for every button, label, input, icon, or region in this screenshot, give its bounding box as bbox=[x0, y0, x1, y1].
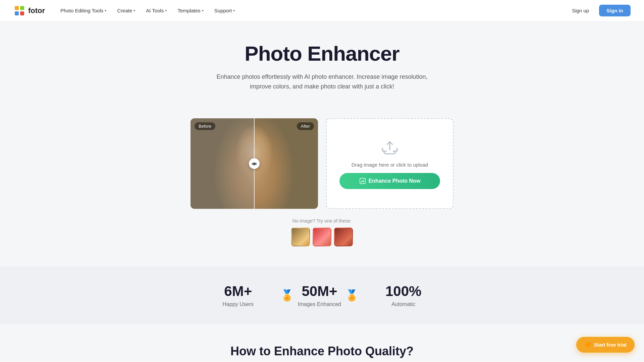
floating-cta-button[interactable]: 🧡 Start free trial bbox=[576, 337, 635, 353]
stat-number-users: 6M+ bbox=[223, 283, 254, 299]
enhance-photo-button[interactable]: Enhance Photo Now bbox=[339, 173, 440, 189]
samples-hint: No image? Try one of these: bbox=[13, 218, 631, 224]
stat-label-users: Happy Users bbox=[223, 301, 254, 307]
svg-rect-3 bbox=[15, 11, 19, 15]
how-to-section: How to Enhance Photo Quality? bbox=[0, 324, 644, 362]
stat-label-images: Images Enhanced bbox=[298, 301, 341, 307]
before-label: Before bbox=[195, 122, 215, 130]
main-content: ◀▶ Before After Drag image here or click… bbox=[121, 118, 523, 209]
navbar: fotor Photo Editing Tools ▾ Create ▾ AI … bbox=[0, 0, 644, 21]
signin-button[interactable]: Sign in bbox=[599, 5, 631, 16]
nav-item-create[interactable]: Create ▾ bbox=[112, 5, 140, 16]
laurel-left-icon: 🏅 bbox=[280, 289, 294, 302]
after-overlay bbox=[254, 118, 318, 209]
svg-rect-4 bbox=[20, 11, 24, 15]
logo-text: fotor bbox=[28, 6, 45, 15]
before-after-viewer[interactable]: ◀▶ Before After bbox=[191, 118, 318, 209]
page-title: Photo Enhancer bbox=[13, 42, 631, 65]
chevron-down-icon: ▾ bbox=[105, 9, 106, 12]
nav-item-templates[interactable]: Templates ▾ bbox=[173, 5, 208, 16]
upload-area[interactable]: Drag image here or click to upload Enhan… bbox=[326, 118, 453, 209]
logo[interactable]: fotor bbox=[13, 5, 45, 17]
stat-images-enhanced: 🏅 50M+ Images Enhanced 🏅 bbox=[280, 283, 359, 307]
nav-links: Photo Editing Tools ▾ Create ▾ AI Tools … bbox=[56, 5, 566, 16]
how-to-title: How to Enhance Photo Quality? bbox=[13, 344, 631, 358]
signup-button[interactable]: Sign up bbox=[566, 5, 595, 16]
heart-icon: 🧡 bbox=[584, 342, 591, 348]
stat-automatic: 100% Automatic bbox=[385, 283, 421, 307]
nav-item-ai-tools[interactable]: AI Tools ▾ bbox=[141, 5, 171, 16]
divider-handle[interactable]: ◀▶ bbox=[249, 158, 260, 169]
stat-label-automatic: Automatic bbox=[385, 301, 421, 307]
sample-image-2[interactable] bbox=[313, 228, 331, 246]
laurel-right-icon: 🏅 bbox=[345, 289, 359, 302]
nav-item-photo-editing[interactable]: Photo Editing Tools ▾ bbox=[56, 5, 111, 16]
hero-subtitle: Enhance photos effortlessly with AI phot… bbox=[208, 72, 436, 92]
upload-text: Drag image here or click to upload bbox=[352, 162, 428, 168]
stats-section: 6M+ Happy Users 🏅 50M+ Images Enhanced 🏅… bbox=[0, 266, 644, 324]
svg-rect-1 bbox=[15, 6, 19, 10]
samples-row bbox=[13, 228, 631, 246]
chevron-down-icon: ▾ bbox=[202, 9, 204, 12]
stat-number-images: 50M+ bbox=[298, 283, 341, 299]
stat-happy-users: 6M+ Happy Users bbox=[223, 283, 254, 307]
sample-image-1[interactable] bbox=[291, 228, 310, 246]
before-overlay bbox=[191, 118, 254, 209]
chevron-down-icon: ▾ bbox=[233, 9, 235, 12]
svg-rect-5 bbox=[360, 178, 365, 184]
samples-section: No image? Try one of these: bbox=[0, 218, 644, 246]
chevron-down-icon: ▾ bbox=[133, 9, 135, 12]
hero-section: Photo Enhancer Enhance photos effortless… bbox=[0, 21, 644, 118]
sample-image-3[interactable] bbox=[334, 228, 353, 246]
svg-rect-2 bbox=[20, 6, 24, 10]
nav-item-support[interactable]: Support ▾ bbox=[210, 5, 240, 16]
after-label: After bbox=[297, 122, 314, 130]
enhance-icon bbox=[359, 178, 366, 184]
chevron-down-icon: ▾ bbox=[165, 9, 167, 12]
nav-auth: Sign up Sign in bbox=[566, 5, 631, 16]
arrows-icon: ◀▶ bbox=[251, 161, 257, 166]
upload-icon bbox=[380, 138, 399, 157]
stat-number-automatic: 100% bbox=[385, 283, 421, 299]
